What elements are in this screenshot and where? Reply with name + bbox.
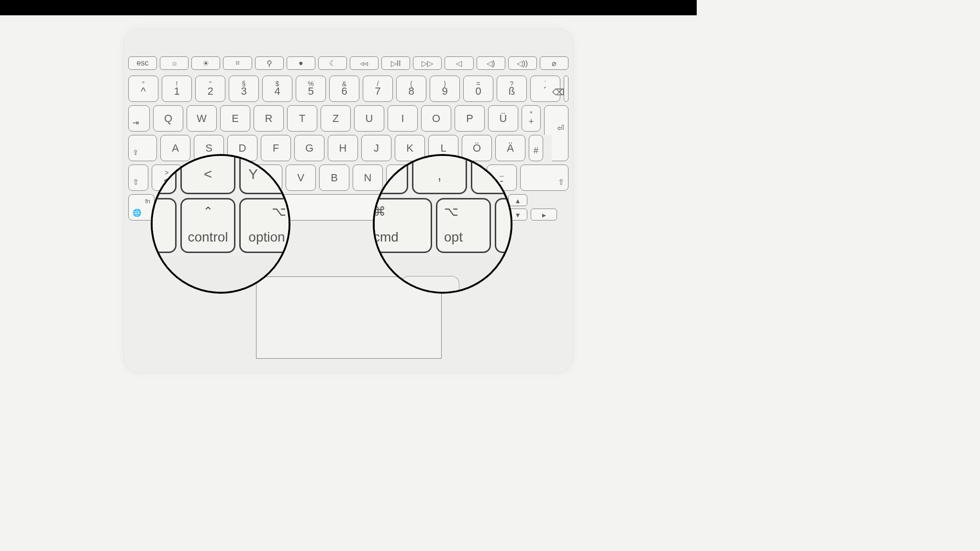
key-arrow-right[interactable]: ▸ [531, 209, 557, 220]
num-bot-3: 3 [229, 85, 258, 98]
caps-icon: ⇪ [133, 148, 139, 157]
num-bot-6: 6 [330, 85, 359, 98]
num-bot-7: 7 [363, 85, 392, 98]
key-num-7[interactable]: /7 [363, 76, 393, 102]
loupe-key-control[interactable]: ⌃ control [180, 198, 235, 253]
key-fn-8[interactable]: ▷II [381, 56, 410, 70]
key-fn-3[interactable]: ⌗ [223, 56, 252, 70]
key-G[interactable]: G [294, 135, 324, 161]
return-icon: ⏎ [557, 123, 564, 133]
option-icon: ⌥ [272, 204, 286, 219]
key-B[interactable]: B [319, 165, 349, 191]
key-J[interactable]: J [361, 135, 391, 161]
key-num-6[interactable]: &6 [329, 76, 359, 102]
key-fn-glyph-12: ◁)) [509, 59, 536, 68]
num-bot-5: 5 [296, 85, 325, 98]
key-fn-5[interactable]: ● [287, 56, 315, 70]
option-label: option [241, 230, 290, 245]
glyph-Z: Z [321, 112, 350, 125]
key-fn-9[interactable]: ▷▷ [413, 56, 442, 70]
key-P[interactable]: P [455, 105, 485, 132]
key-backspace[interactable]: ⌫ [564, 76, 568, 102]
loupe-key-option-right[interactable]: ⌥ opt [436, 198, 491, 253]
key-fn-glyph-6: ☾ [319, 59, 346, 68]
glyph-D: D [228, 142, 257, 154]
control-label: control [182, 230, 234, 245]
num-bot-8: 8 [397, 85, 426, 98]
key-num-0[interactable]: =0 [463, 76, 493, 102]
key-fn-1[interactable]: ☼ [160, 56, 189, 70]
option-label: opt [444, 230, 463, 245]
trackpad[interactable] [256, 276, 442, 359]
key-shift-left[interactable]: ⇧ [128, 165, 148, 191]
backspace-icon: ⌫ [552, 87, 564, 98]
key-U[interactable]: U [354, 105, 384, 132]
key-num-1[interactable]: !1 [162, 76, 192, 102]
key-fn-11[interactable]: ◁) [477, 56, 505, 70]
key-fn-7[interactable]: ◃◃ [350, 56, 379, 70]
key-num-ß[interactable]: ?ß [497, 76, 527, 102]
shift-l-icon: ⇧ [133, 177, 139, 187]
arrow-up-icon: ▴ [509, 196, 527, 205]
key-A[interactable]: A [160, 135, 190, 161]
key-shift-right[interactable]: ⇧ [520, 165, 568, 191]
key-I[interactable]: I [388, 105, 418, 132]
glyph-A: A [161, 142, 190, 154]
loupe-key-option-left[interactable]: ⌥ option [239, 198, 290, 253]
plus-bot: + [522, 116, 540, 126]
key-fn-12[interactable]: ◁)) [508, 56, 537, 70]
num-bot-11: ß [497, 85, 526, 98]
key-fn-glyph-0: esc [129, 59, 156, 67]
key-fn-glyph-4: ⚲ [256, 59, 283, 68]
key-hash[interactable]: # [529, 135, 543, 161]
glyph-U: U [355, 112, 384, 125]
num-bot-1: 1 [162, 85, 191, 98]
key-num-^[interactable]: °^ [128, 76, 158, 102]
key-num-5[interactable]: %5 [296, 76, 326, 102]
key-fn-glyph-3: ⌗ [223, 59, 251, 67]
key-tab[interactable]: ⇥ [128, 105, 150, 132]
arrow-right-icon: ▸ [531, 210, 557, 219]
key-fn-10[interactable]: ◁ [445, 56, 473, 70]
key-num-2[interactable]: "2 [195, 76, 225, 102]
key-H[interactable]: H [328, 135, 358, 161]
glyph-V: V [286, 172, 315, 184]
key-capslock[interactable]: ⇪ [128, 135, 157, 161]
key-num-4[interactable]: $4 [262, 76, 292, 102]
key-Ö[interactable]: Ö [462, 135, 492, 161]
key-V[interactable]: V [286, 165, 316, 191]
key-Ä[interactable]: Ä [495, 135, 525, 161]
letterbox-bar [0, 0, 697, 15]
key-W[interactable]: W [187, 105, 217, 132]
key-fn-glyph-11: ◁) [477, 59, 505, 68]
loupe-key-command[interactable]: ⌘ cmd [373, 198, 432, 253]
key-N[interactable]: N [353, 165, 383, 191]
key-Q[interactable]: Q [153, 105, 183, 132]
glyph-Ö: Ö [462, 142, 491, 154]
key-fn-glyph-5: ● [287, 59, 315, 67]
key-fn-2[interactable]: ☀ [191, 56, 220, 70]
glyph-G: G [295, 142, 324, 154]
key-num-9[interactable]: )9 [430, 76, 460, 102]
key-Ü[interactable]: Ü [488, 105, 518, 132]
key-E[interactable]: E [220, 105, 250, 132]
key-num-8[interactable]: (8 [396, 76, 426, 102]
key-fn-6[interactable]: ☾ [318, 56, 347, 70]
glyph-K: K [395, 142, 424, 154]
loupe-left: < Y ⌃ control ⌥ option [151, 154, 290, 294]
key-fn-0[interactable]: esc [128, 56, 157, 70]
key-Z[interactable]: Z [321, 105, 351, 132]
return-notch [544, 135, 552, 161]
key-plus[interactable]: *+ [522, 105, 541, 132]
key-R[interactable]: R [254, 105, 284, 132]
hash-glyph: # [529, 145, 543, 155]
key-num-3[interactable]: §3 [229, 76, 259, 102]
num-bot-9: 9 [430, 85, 459, 98]
key-T[interactable]: T [287, 105, 317, 132]
key-O[interactable]: O [421, 105, 451, 132]
key-fn-4[interactable]: ⚲ [255, 56, 284, 70]
key-arrow-up[interactable]: ▴ [508, 194, 527, 206]
key-lt-glyph: < [182, 166, 234, 182]
key-F[interactable]: F [261, 135, 291, 161]
key-fn-13[interactable]: ⌀ [540, 56, 568, 70]
